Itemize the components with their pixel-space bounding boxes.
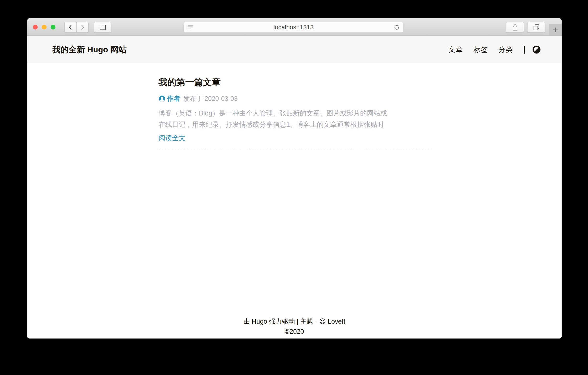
nav-divider [524,46,525,54]
nav-item-posts[interactable]: 文章 [449,45,463,54]
post-title[interactable]: 我的第一篇文章 [159,76,430,88]
post-meta: 作者 发布于 2020-03-03 [159,94,430,103]
tabs-overview-icon [533,24,540,31]
theme-name-link[interactable]: LoveIt [328,316,345,326]
site-nav: 文章 标签 分类 [439,45,540,54]
copyright-line: ©2020 [27,326,562,337]
author-avatar-icon [159,95,165,102]
new-tab-button[interactable]: + [549,24,562,35]
reload-icon[interactable] [394,24,400,31]
publish-date: 发布于 2020-03-03 [183,94,238,103]
forward-button[interactable] [77,22,89,33]
nav-item-categories[interactable]: 分类 [498,45,513,54]
minimize-window-button[interactable] [42,25,47,30]
back-button[interactable] [64,22,76,33]
summary-line: 博客（英语：Blog）是一种由个人管理、张贴新的文章、图片或影片的网站或 [159,107,430,119]
post-divider [159,149,430,149]
sidebar-toggle-button[interactable] [94,22,111,33]
read-more-link[interactable]: 阅读全文 [159,133,186,143]
close-window-button[interactable] [33,25,38,30]
back-chevron-icon [67,24,74,31]
zoom-window-button[interactable] [51,25,55,30]
forward-chevron-icon [79,24,86,31]
plus-icon: + [553,25,558,34]
reader-view-icon[interactable] [187,24,193,31]
sidebar-icon [99,24,106,31]
summary-line: 在线日记，用来纪录、抒发情感或分享信息1。博客上的文章通常根据张贴时 [159,119,430,130]
kiss-wink-heart-icon [319,318,326,325]
address-bar[interactable]: localhost:1313 [184,22,403,33]
browser-toolbar: localhost:1313 + [27,18,562,36]
share-icon [512,24,518,31]
author-link[interactable]: 作者 [167,94,180,103]
safari-window: localhost:1313 + 我的全新 Hugo 网站 文章 标签 [27,18,562,339]
show-all-tabs-button[interactable] [527,22,545,33]
powered-by-line: 由 Hugo 强力驱动 | 主题 - LoveIt [27,316,562,326]
nav-item-tags[interactable]: 标签 [473,45,488,54]
desktop-background: { "browser": { "url": "localhost:1313", … [0,0,588,375]
web-page: 我的全新 Hugo 网站 文章 标签 分类 我的第一篇文章 作者 发布于 202… [27,36,562,339]
powered-by-text: 由 Hugo 强力驱动 | 主题 - [243,316,317,326]
traffic-lights [33,25,55,30]
url-text[interactable]: localhost:1313 [193,23,394,31]
main-content: 我的第一篇文章 作者 发布于 2020-03-03 博客（英语：Blog）是一种… [159,63,430,316]
site-footer: 由 Hugo 强力驱动 | 主题 - LoveIt ©2020 [27,316,562,339]
share-button[interactable] [506,22,524,33]
post-summary: 博客（英语：Blog）是一种由个人管理、张贴新的文章、图片或影片的网站或 在线日… [159,107,430,130]
post-summary-card: 我的第一篇文章 作者 发布于 2020-03-03 博客（英语：Blog）是一种… [159,76,430,149]
site-header: 我的全新 Hugo 网站 文章 标签 分类 [27,36,562,63]
site-title[interactable]: 我的全新 Hugo 网站 [52,44,127,55]
theme-toggle-icon[interactable] [533,46,540,54]
